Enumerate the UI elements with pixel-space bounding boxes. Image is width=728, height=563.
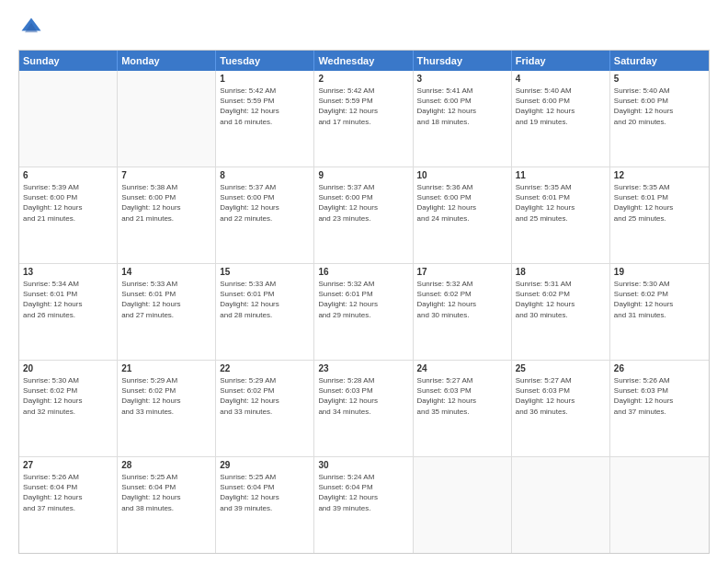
cell-info-line: and 39 minutes.: [220, 503, 310, 513]
cell-info-line: Daylight: 12 hours: [220, 396, 310, 406]
cell-info-line: Daylight: 12 hours: [121, 299, 211, 309]
cell-info-line: Sunrise: 5:40 AM: [516, 86, 606, 96]
cell-info-line: Sunset: 6:00 PM: [121, 192, 211, 202]
calendar-cell: 21Sunrise: 5:29 AMSunset: 6:02 PMDayligh…: [118, 361, 216, 456]
cell-info-line: and 19 minutes.: [516, 117, 606, 127]
cell-info-line: Daylight: 12 hours: [220, 106, 310, 116]
cell-info-line: Sunset: 6:01 PM: [318, 289, 408, 299]
cell-info-line: Daylight: 12 hours: [121, 492, 211, 502]
cell-info-line: Sunset: 6:03 PM: [417, 385, 507, 396]
cell-info-line: Sunrise: 5:42 AM: [220, 86, 310, 96]
day-number: 24: [417, 363, 507, 373]
cell-info-line: Daylight: 12 hours: [516, 299, 606, 309]
calendar-cell: 5Sunrise: 5:40 AMSunset: 6:00 PMDaylight…: [610, 71, 709, 167]
calendar-cell: [414, 457, 512, 553]
cell-info-line: Sunrise: 5:39 AM: [23, 182, 113, 192]
logo: [18, 15, 48, 40]
day-number: 11: [516, 170, 606, 180]
cell-info-line: and 24 minutes.: [417, 213, 507, 224]
calendar-cell: 6Sunrise: 5:39 AMSunset: 6:00 PMDaylight…: [19, 167, 118, 263]
cell-info-line: and 38 minutes.: [121, 503, 211, 513]
cell-info-line: and 16 minutes.: [220, 117, 310, 127]
calendar-cell: [19, 71, 118, 167]
day-number: 8: [220, 170, 310, 180]
cell-info-line: Sunrise: 5:33 AM: [220, 279, 310, 289]
calendar-header-cell: Monday: [118, 51, 216, 71]
calendar-header-row: SundayMondayTuesdayWednesdayThursdayFrid…: [19, 51, 709, 71]
cell-info-line: and 35 minutes.: [417, 407, 507, 417]
cell-info-line: Sunrise: 5:30 AM: [23, 375, 113, 385]
calendar-cell: [610, 457, 709, 553]
day-number: 23: [318, 363, 408, 373]
cell-info-line: Sunset: 6:01 PM: [220, 289, 310, 299]
cell-info-line: Sunset: 5:59 PM: [220, 96, 310, 106]
cell-info-line: Daylight: 12 hours: [121, 396, 211, 406]
header: [18, 15, 710, 40]
cell-info-line: Sunrise: 5:27 AM: [516, 375, 606, 385]
day-number: 22: [220, 363, 310, 373]
cell-info-line: Sunrise: 5:29 AM: [220, 375, 310, 385]
cell-info-line: Daylight: 12 hours: [23, 299, 113, 309]
cell-info-line: and 39 minutes.: [318, 503, 408, 513]
calendar-cell: 1Sunrise: 5:42 AMSunset: 5:59 PMDaylight…: [216, 71, 314, 167]
cell-info-line: Sunset: 6:03 PM: [318, 385, 408, 396]
calendar-row: 1Sunrise: 5:42 AMSunset: 5:59 PMDaylight…: [19, 71, 709, 167]
cell-info-line: Daylight: 12 hours: [318, 492, 408, 502]
cell-info-line: and 30 minutes.: [417, 310, 507, 320]
cell-info-line: Sunrise: 5:35 AM: [614, 182, 705, 192]
cell-info-line: Daylight: 12 hours: [23, 202, 113, 213]
calendar-cell: 16Sunrise: 5:32 AMSunset: 6:01 PMDayligh…: [314, 264, 413, 360]
calendar-cell: 29Sunrise: 5:25 AMSunset: 6:04 PMDayligh…: [216, 457, 314, 553]
day-number: 16: [318, 267, 408, 277]
cell-info-line: Sunset: 6:02 PM: [23, 385, 113, 396]
cell-info-line: Sunrise: 5:24 AM: [318, 472, 408, 482]
day-number: 15: [220, 267, 310, 277]
day-number: 13: [23, 267, 113, 277]
cell-info-line: and 27 minutes.: [121, 310, 211, 320]
cell-info-line: and 17 minutes.: [318, 117, 408, 127]
cell-info-line: and 34 minutes.: [318, 407, 408, 417]
cell-info-line: Sunrise: 5:37 AM: [220, 182, 310, 192]
cell-info-line: Sunset: 6:00 PM: [614, 96, 705, 106]
calendar-cell: 4Sunrise: 5:40 AMSunset: 6:00 PMDaylight…: [512, 71, 610, 167]
cell-info-line: Sunrise: 5:27 AM: [417, 375, 507, 385]
day-number: 26: [614, 363, 705, 373]
cell-info-line: Daylight: 12 hours: [318, 396, 408, 406]
cell-info-line: and 25 minutes.: [614, 213, 705, 224]
day-number: 3: [417, 74, 507, 84]
day-number: 21: [121, 363, 211, 373]
cell-info-line: Sunrise: 5:38 AM: [121, 182, 211, 192]
day-number: 5: [614, 74, 705, 84]
cell-info-line: Sunset: 6:00 PM: [220, 192, 310, 202]
cell-info-line: Sunset: 6:02 PM: [220, 385, 310, 396]
calendar-cell: 30Sunrise: 5:24 AMSunset: 6:04 PMDayligh…: [314, 457, 413, 553]
cell-info-line: and 28 minutes.: [220, 310, 310, 320]
cell-info-line: Sunrise: 5:28 AM: [318, 375, 408, 385]
cell-info-line: Sunset: 6:01 PM: [614, 192, 705, 202]
day-number: 2: [318, 74, 408, 84]
cell-info-line: and 33 minutes.: [220, 407, 310, 417]
calendar-cell: 23Sunrise: 5:28 AMSunset: 6:03 PMDayligh…: [314, 361, 413, 456]
cell-info-line: Sunrise: 5:40 AM: [614, 86, 705, 96]
calendar-cell: [118, 71, 216, 167]
cell-info-line: Sunset: 6:00 PM: [417, 192, 507, 202]
cell-info-line: Sunset: 6:04 PM: [220, 482, 310, 492]
cell-info-line: Sunset: 6:03 PM: [516, 385, 606, 396]
cell-info-line: Daylight: 12 hours: [417, 106, 507, 116]
calendar-header-cell: Friday: [512, 51, 610, 71]
day-number: 27: [23, 460, 113, 470]
cell-info-line: Sunrise: 5:32 AM: [417, 279, 507, 289]
cell-info-line: Daylight: 12 hours: [614, 202, 705, 213]
day-number: 1: [220, 74, 310, 84]
cell-info-line: Sunrise: 5:42 AM: [318, 86, 408, 96]
cell-info-line: Daylight: 12 hours: [220, 299, 310, 309]
cell-info-line: Daylight: 12 hours: [516, 106, 606, 116]
cell-info-line: and 31 minutes.: [614, 310, 705, 320]
cell-info-line: Daylight: 12 hours: [417, 396, 507, 406]
cell-info-line: Sunset: 6:04 PM: [121, 482, 211, 492]
day-number: 17: [417, 267, 507, 277]
day-number: 29: [220, 460, 310, 470]
calendar-body: 1Sunrise: 5:42 AMSunset: 5:59 PMDaylight…: [19, 71, 709, 553]
cell-info-line: Daylight: 12 hours: [220, 492, 310, 502]
cell-info-line: and 23 minutes.: [318, 213, 408, 224]
